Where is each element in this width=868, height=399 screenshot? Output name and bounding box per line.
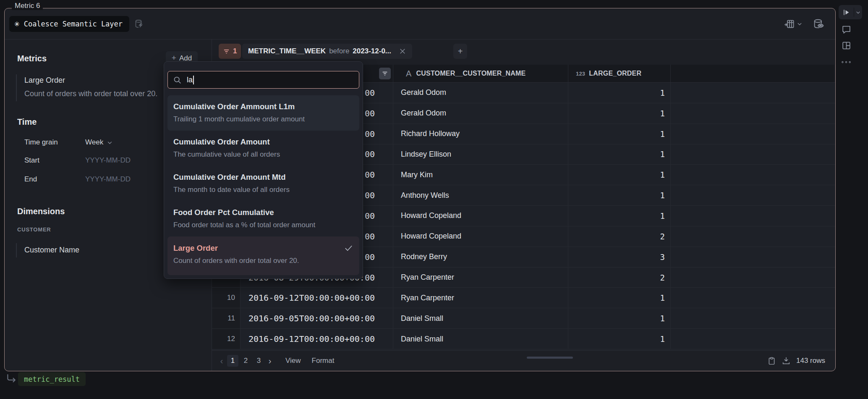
run-options-chevron[interactable]	[854, 10, 862, 15]
number-type-icon: 123	[576, 71, 585, 77]
cell-title: Metric 6	[12, 2, 43, 10]
cell-header: ✳ Coalesce Semantic Layer	[5, 8, 835, 39]
coalesce-logo-icon: ✳	[14, 19, 20, 28]
output-variable-chip[interactable]: metric_result	[18, 372, 86, 386]
database-lightning-icon[interactable]	[134, 19, 144, 29]
metric-search-input[interactable]: la	[167, 71, 359, 89]
selected-metric-title[interactable]: Large Order	[24, 76, 65, 85]
dimension-indent-line	[16, 243, 17, 257]
start-label: Start	[24, 156, 39, 165]
run-cell-button-group[interactable]	[839, 5, 862, 19]
filter-operator: before	[329, 47, 349, 55]
download-icon[interactable]	[782, 356, 791, 365]
filter-value: 2023-12-0...	[353, 47, 391, 55]
table-footer: ‹ 1 2 3 › View Format	[212, 350, 835, 371]
prev-page-button[interactable]: ‹	[217, 356, 226, 366]
comment-icon[interactable]	[841, 24, 852, 34]
more-options-icon[interactable]	[841, 60, 851, 65]
view-menu[interactable]: View	[285, 357, 301, 365]
time-heading: Time	[17, 117, 37, 127]
spacer-column-header	[671, 65, 835, 82]
filter-bar: 1 METRIC_TIME__WEEK before 2023-12-0... …	[212, 39, 835, 65]
search-value: la	[187, 76, 193, 84]
metric-cell-card: ✳ Coalesce Semantic Layer	[4, 8, 836, 371]
chevron-down-icon	[107, 139, 113, 146]
table-row[interactable]: 102016-09-12T00:00:00+00:00Ryan Carpente…	[212, 288, 835, 308]
time-filter-chip[interactable]: METRIC_TIME__WEEK before 2023-12-0...	[242, 44, 412, 59]
end-date-input[interactable]: YYYY-MM-DD	[85, 175, 131, 184]
time-grain-label: Time grain	[24, 138, 58, 147]
selected-metric-description: Count of orders with order total over 20…	[24, 89, 157, 98]
metric-search-dropdown: la Cumulative Order Ammount L1m Trailing…	[164, 61, 363, 279]
cell-body: Metrics + Add Large Order Count of order…	[5, 39, 835, 371]
next-page-button[interactable]: ›	[265, 356, 275, 366]
chevron-down-icon	[797, 21, 803, 27]
table-row[interactable]: 122016-09-12T00:00:00+00:00Daniel Small1	[212, 329, 835, 349]
view-source-data-button[interactable]	[813, 18, 824, 30]
remove-filter-icon[interactable]	[399, 47, 406, 55]
check-icon	[344, 243, 353, 253]
metric-option-selected[interactable]: Large Order Count of orders with order t…	[167, 236, 359, 275]
notebook-canvas: Metric 6 ✳ Coalesce Semantic Layer	[0, 0, 868, 399]
table-row[interactable]: 112016-09-05T00:00:00+00:00Daniel Small1	[212, 308, 835, 329]
dimensions-heading: Dimensions	[17, 207, 65, 216]
add-filter-button[interactable]: +	[453, 44, 467, 59]
metric-option[interactable]: Cumulative Order Amount The cumulative v…	[167, 131, 359, 166]
filter-count-badge[interactable]: 1	[219, 44, 241, 59]
metric-option[interactable]: Food Order Pct Cumulative Food order tot…	[167, 201, 359, 236]
table-footer-actions: 143 rows	[767, 356, 825, 365]
cell-action-rail	[839, 0, 868, 399]
metric-option[interactable]: Cumulative Order Ammount L1m Trailing 1 …	[167, 95, 359, 131]
source-chip[interactable]: ✳ Coalesce Semantic Layer	[9, 16, 129, 32]
page-button-2[interactable]: 2	[240, 355, 251, 367]
copy-table-icon[interactable]	[767, 357, 776, 365]
page-button-3[interactable]: 3	[253, 355, 264, 367]
time-grain-select[interactable]: Week	[85, 138, 113, 147]
page-button-1[interactable]: 1	[227, 355, 238, 367]
filter-field: METRIC_TIME__WEEK	[248, 47, 326, 55]
run-cell-icon[interactable]	[839, 8, 854, 16]
start-date-input[interactable]: YYYY-MM-DD	[85, 156, 131, 165]
metric-option[interactable]: Cumulative Order Amount Mtd The month to…	[167, 166, 359, 201]
table-output-menu-button[interactable]	[784, 18, 803, 29]
text-type-icon: A	[406, 69, 412, 79]
dimension-item[interactable]: Customer Name	[24, 246, 79, 255]
format-menu[interactable]: Format	[312, 357, 335, 365]
layout-columns-icon[interactable]	[841, 40, 852, 51]
source-chip-label: Coalesce Semantic Layer	[24, 20, 123, 28]
row-count: 143 rows	[796, 357, 825, 365]
customer-name-column-header[interactable]: A CUSTOMER__CUSTOMER_NAME	[393, 65, 568, 82]
metric-indent-line	[16, 74, 17, 101]
metric-option-list: Cumulative Order Ammount L1m Trailing 1 …	[167, 95, 359, 275]
dimension-group-label: CUSTOMER	[17, 226, 51, 233]
search-icon	[173, 76, 182, 84]
output-arrow-icon	[5, 373, 16, 386]
text-cursor	[193, 76, 194, 84]
cell-header-actions	[784, 18, 824, 30]
end-label: End	[24, 175, 37, 184]
large-order-column-header[interactable]: 123 LARGE_ORDER	[568, 65, 671, 82]
filter-icon	[223, 48, 230, 55]
filter-icon	[382, 70, 388, 77]
column-filter-active-button[interactable]	[379, 68, 391, 79]
metrics-heading: Metrics	[17, 54, 47, 63]
horizontal-scrollbar-thumb[interactable]	[527, 357, 573, 359]
